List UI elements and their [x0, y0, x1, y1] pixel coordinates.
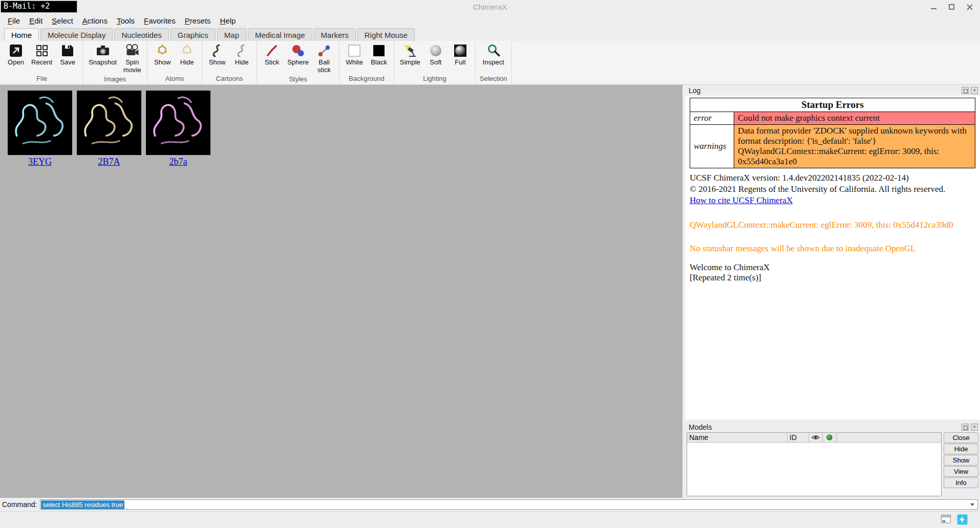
snapshot-button[interactable]: Snapshot	[87, 42, 118, 75]
full-lighting-button[interactable]: Full	[450, 42, 471, 74]
simple-lighting-icon	[402, 43, 418, 58]
pdb-link-3eyg[interactable]: 3EYG	[28, 157, 52, 167]
menu-help[interactable]: Help	[216, 15, 241, 27]
simple-lighting-button[interactable]: Simple	[398, 42, 422, 74]
soft-lighting-button-label: Soft	[430, 59, 441, 67]
save-button[interactable]: Save	[57, 42, 78, 74]
tab-molecule-display[interactable]: Molecule Display	[40, 28, 113, 41]
ribbon-group-label-styles: Styles	[261, 75, 335, 85]
chimerax-window: B-Mail: +2 ChimeraX File Edit Select Act…	[0, 0, 980, 528]
menu-tools[interactable]: Tools	[112, 15, 139, 27]
models-table[interactable]: Name ID	[687, 432, 942, 496]
cartoons-show-icon	[209, 43, 225, 58]
menu-favorites[interactable]: Favorites	[139, 15, 180, 27]
float-panel-icon[interactable]	[962, 424, 969, 431]
open-button[interactable]: Open	[5, 42, 27, 74]
stick-style-button[interactable]: Stick	[261, 42, 283, 75]
statusbar-icons	[941, 514, 968, 525]
column-header-id[interactable]: ID	[787, 433, 809, 442]
models-table-body[interactable]	[687, 443, 941, 496]
show-model-button[interactable]: Show	[944, 455, 978, 466]
statusbar	[0, 511, 980, 528]
cite-link[interactable]: How to cite UCSF ChimeraX	[690, 195, 793, 205]
ribbon-group-styles: Stick Sphere Ball stick Styles	[257, 41, 339, 84]
atoms-show-button[interactable]: Show	[152, 42, 173, 74]
command-bar: Command: select His885 residues true	[0, 498, 980, 511]
tab-markers[interactable]: Markers	[314, 28, 356, 41]
menu-presets[interactable]: Presets	[180, 15, 216, 27]
pdb-link-2b7a-upper[interactable]: 2B7A	[98, 157, 120, 167]
pdb-link-2b7a-lower[interactable]: 2b7a	[169, 157, 187, 167]
cartoons-show-button[interactable]: Show	[206, 42, 228, 74]
sphere-style-button[interactable]: Sphere	[286, 42, 310, 75]
black-background-button[interactable]: Black	[368, 42, 390, 74]
cartoons-show-button-label: Show	[209, 59, 226, 67]
white-background-button-label: White	[346, 59, 363, 67]
column-header-name[interactable]: Name	[687, 433, 787, 442]
welcome-block: Welcome to ChimeraX [Repeated 2 time(s)]	[690, 262, 975, 283]
maximize-icon[interactable]	[948, 4, 955, 10]
info-model-button[interactable]: Info	[944, 477, 978, 488]
spin-movie-button[interactable]: Spin movie	[121, 42, 143, 75]
ball-stick-style-button[interactable]: Ball stick	[313, 42, 335, 75]
rapid-access-lightning-icon[interactable]	[957, 514, 968, 525]
recent-button[interactable]: Recent	[30, 42, 54, 74]
close-model-button[interactable]: Close	[944, 432, 978, 443]
ribbon-group-images: Snapshot Spin movie Images	[83, 41, 147, 84]
close-icon[interactable]	[966, 4, 973, 10]
molecule-preview-3eyg[interactable]	[8, 91, 72, 155]
command-history-dropdown-icon[interactable]	[968, 500, 977, 509]
command-label: Command:	[2, 500, 37, 509]
menu-file[interactable]: File	[3, 15, 25, 27]
close-panel-icon[interactable]: ×	[971, 87, 978, 94]
menu-select[interactable]: Select	[47, 15, 78, 27]
tab-medical-image[interactable]: Medical Image	[248, 28, 312, 41]
structure-thumbnail-2b7a-upper[interactable]: 2B7A	[77, 91, 141, 167]
structure-thumbnail-3eyg[interactable]: 3EYG	[8, 91, 72, 167]
graphics-window-icon[interactable]	[941, 514, 951, 525]
white-background-button[interactable]: White	[344, 42, 365, 74]
column-header-selected[interactable]	[823, 433, 837, 442]
mail-notification-badge: B-Mail: +2	[1, 1, 77, 13]
stick-style-button-label: Stick	[265, 59, 279, 67]
log-panel-header: Log ×	[685, 85, 980, 96]
minimize-icon[interactable]	[930, 4, 937, 10]
models-panel-header: Models ×	[685, 422, 980, 432]
soft-lighting-button[interactable]: Soft	[425, 42, 446, 74]
models-panel-title: Models	[689, 423, 960, 431]
open-button-label: Open	[8, 59, 24, 67]
menu-actions[interactable]: Actions	[78, 15, 112, 27]
atoms-show-button-label: Show	[154, 59, 171, 67]
toolbar-tabs: Home Molecule Display Nucleotides Graphi…	[0, 27, 980, 41]
tab-map[interactable]: Map	[217, 28, 246, 41]
sphere-style-button-label: Sphere	[287, 59, 309, 67]
menu-edit[interactable]: Edit	[25, 15, 47, 27]
table-row: warnings Data format provider 'ZDOCK' su…	[690, 125, 975, 168]
atoms-hide-button[interactable]: Hide	[176, 42, 198, 74]
ribbon-group-selection: Inspect Selection	[476, 41, 512, 84]
column-header-shown[interactable]	[809, 433, 823, 442]
ribbon-group-label-atoms: Atoms	[152, 74, 198, 84]
float-panel-icon[interactable]	[962, 87, 969, 94]
tab-home[interactable]: Home	[4, 28, 39, 41]
molecule-preview-2b7a-upper[interactable]	[77, 91, 141, 155]
startup-errors-table: Startup Errors error Could not make grap…	[690, 98, 975, 168]
spin-movie-icon	[124, 43, 140, 58]
command-input[interactable]: select His885 residues true	[40, 499, 978, 510]
tab-right-mouse[interactable]: Right Mouse	[357, 28, 415, 41]
hide-model-button[interactable]: Hide	[944, 444, 978, 454]
view-model-button[interactable]: View	[944, 466, 978, 477]
rapid-access-viewport[interactable]: 3EYG 2B7A	[0, 85, 683, 498]
close-panel-icon[interactable]: ×	[971, 424, 978, 431]
tab-nucleotides[interactable]: Nucleotides	[114, 28, 168, 41]
statusbar-warning-message: No statusbar messages will be shown due …	[690, 244, 975, 254]
structure-thumbnail-2b7a-lower[interactable]: 2b7a	[146, 91, 210, 167]
cartoons-hide-button[interactable]: Hide	[231, 42, 252, 74]
tab-graphics[interactable]: Graphics	[171, 28, 216, 41]
inspect-button[interactable]: Inspect	[481, 42, 506, 74]
ribbon-group-label-selection: Selection	[480, 74, 507, 84]
atoms-show-icon	[155, 43, 170, 58]
log-content: Startup Errors error Could not make grap…	[685, 96, 980, 420]
error-row-message: Could not make graphics context current	[734, 112, 975, 125]
molecule-preview-2b7a-lower[interactable]	[146, 91, 210, 155]
